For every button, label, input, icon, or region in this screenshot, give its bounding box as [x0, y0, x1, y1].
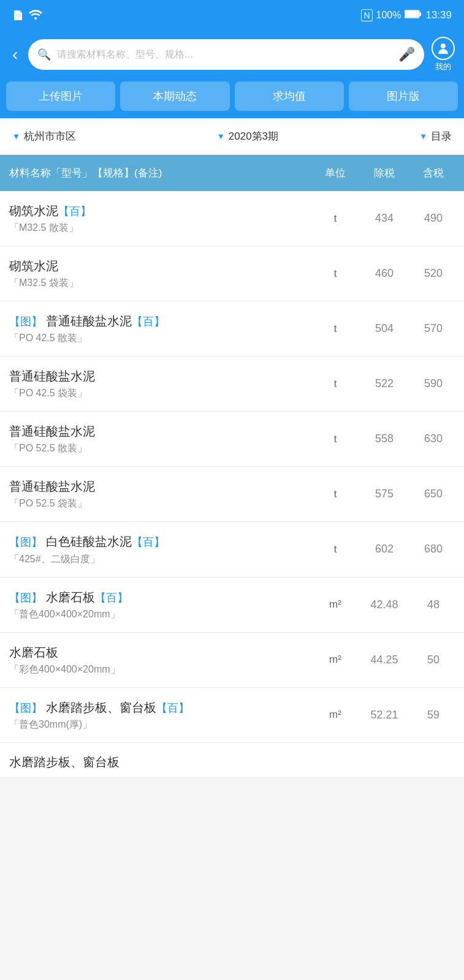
filter-period[interactable]: ▼ 2020第3期 [217, 129, 278, 143]
material-name-text: 水磨踏步板、窗台板 [46, 701, 156, 714]
tu-tag: 【图】 [9, 592, 42, 604]
battery-icon [405, 10, 422, 21]
bai-tag: 【百】 [95, 592, 128, 604]
material-unit: t [314, 323, 357, 335]
material-unit: t [314, 488, 357, 500]
material-name: 【图】 水磨踏步板、窗台板【百】 [9, 699, 314, 716]
material-info: 水磨石板 「彩色400×400×20mm」 [9, 644, 314, 676]
material-notax: 522 [357, 377, 412, 390]
material-info: 【图】 白色硅酸盐水泥【百】 「425#、二级白度」 [9, 533, 314, 565]
material-notax: 434 [357, 212, 412, 225]
material-info: 【图】 普通硅酸盐水泥【百】 「PO 42.5 散装」 [9, 312, 314, 345]
material-name: 【图】 水磨石板【百】 [9, 589, 314, 606]
table-row[interactable]: 水磨石板 「彩色400×400×20mm」 m² 44.25 50 [0, 633, 464, 688]
status-right-info: N 100% 13:39 [361, 9, 452, 21]
partial-last-row: 水磨踏步板、窗台板 [0, 743, 464, 777]
filter-region-triangle: ▼ [12, 132, 20, 141]
material-unit: t [314, 433, 357, 445]
material-info: 砌筑水泥 「M32.5 袋装」 [9, 257, 314, 290]
material-spec: 「M32.5 散装」 [9, 222, 314, 235]
table-row[interactable]: 【图】 白色硅酸盐水泥【百】 「425#、二级白度」 t 602 680 [0, 522, 464, 577]
material-info: 【图】 水磨踏步板、窗台板【百】 「普色30mm(厚)」 [9, 699, 314, 731]
table-row[interactable]: 普通硅酸盐水泥 「PO 42.5 袋装」 t 522 590 [0, 356, 464, 412]
material-info: 【图】 水磨石板【百】 「普色400×400×20mm」 [9, 589, 314, 621]
svg-point-0 [34, 17, 37, 20]
material-tax: 59 [412, 709, 455, 722]
material-name-text: 白色硅酸盐水泥 [46, 535, 132, 548]
material-spec: 「PO 42.5 散装」 [9, 332, 314, 345]
table-row[interactable]: 【图】 普通硅酸盐水泥【百】 「PO 42.5 散装」 t 504 570 [0, 301, 464, 356]
material-name-text: 普通硅酸盐水泥 [46, 314, 132, 328]
search-icon: 🔍 [37, 48, 51, 61]
material-name-text: 砌筑水泥 [9, 204, 58, 217]
th-name: 材料名称「型号」【规格】(备注) [9, 166, 314, 180]
filter-catalog-label: 目录 [431, 129, 452, 143]
material-name-text: 水磨石板 [9, 646, 58, 659]
upload-pic-button[interactable]: 上传图片 [6, 81, 115, 111]
material-notax: 602 [357, 543, 412, 556]
action-bar: 上传图片 本期动态 求均值 图片版 [0, 81, 464, 118]
material-unit: t [314, 268, 357, 280]
material-notax: 575 [357, 488, 412, 500]
material-name: 砌筑水泥 [9, 257, 314, 274]
material-tax: 490 [412, 212, 455, 225]
material-unit: m² [314, 598, 357, 611]
search-bar[interactable]: 🔍 请搜索材料名称、型号、规格... 🎤 [28, 39, 424, 70]
filter-period-label: 2020第3期 [229, 129, 278, 143]
th-tax: 含税 [412, 166, 455, 180]
table-row[interactable]: 普通硅酸盐水泥 「PO 52.5 袋装」 t 575 650 [0, 467, 464, 522]
back-button[interactable]: ‹ [9, 45, 21, 64]
table-row[interactable]: 砌筑水泥【百】 「M32.5 散装」 t 434 490 [0, 191, 464, 246]
material-spec: 「425#、二级白度」 [9, 553, 314, 566]
mic-icon[interactable]: 🎤 [398, 47, 415, 62]
tu-tag: 【图】 [9, 702, 42, 714]
svg-point-4 [441, 43, 446, 48]
material-notax: 460 [357, 267, 412, 280]
material-spec: 「PO 52.5 散装」 [9, 442, 314, 455]
search-placeholder: 请搜索材料名称、型号、规格... [57, 48, 392, 61]
material-spec: 「M32.5 袋装」 [9, 277, 314, 290]
material-info: 普通硅酸盐水泥 「PO 52.5 散装」 [9, 423, 314, 455]
table-row[interactable]: 砌筑水泥 「M32.5 袋装」 t 460 520 [0, 246, 464, 301]
nfc-icon: N [361, 9, 372, 21]
th-unit: 单位 [314, 166, 357, 180]
material-tax: 590 [412, 377, 455, 390]
material-notax: 42.48 [357, 598, 412, 611]
partial-row-name: 水磨踏步板、窗台板 [9, 754, 455, 771]
status-left-icons: 📄 [12, 10, 42, 21]
material-spec: 「普色400×400×20mm」 [9, 608, 314, 621]
svg-rect-3 [420, 12, 422, 16]
table-row[interactable]: 普通硅酸盐水泥 「PO 52.5 散装」 t 558 630 [0, 412, 464, 467]
material-name: 普通硅酸盐水泥 [9, 423, 314, 440]
tu-tag: 【图】 [9, 315, 42, 328]
filter-catalog[interactable]: ▼ 目录 [419, 129, 452, 143]
material-spec: 「普色30mm(厚)」 [9, 718, 314, 731]
wifi-icon [29, 10, 42, 21]
material-name-text: 普通硅酸盐水泥 [9, 480, 95, 493]
table-row[interactable]: 【图】 水磨石板【百】 「普色400×400×20mm」 m² 42.48 48 [0, 578, 464, 633]
material-notax: 504 [357, 322, 412, 335]
avg-value-button[interactable]: 求均值 [235, 81, 344, 111]
material-tax: 650 [412, 488, 455, 500]
status-bar: 📄 N 100% 13:39 [0, 0, 464, 31]
current-news-button[interactable]: 本期动态 [120, 81, 229, 111]
user-button[interactable]: 我的 [432, 37, 455, 72]
filter-region-label: 杭州市市区 [24, 129, 76, 143]
pic-version-button[interactable]: 图片版 [349, 81, 458, 111]
bai-tag: 【百】 [156, 702, 189, 714]
material-spec: 「PO 42.5 袋装」 [9, 387, 314, 400]
material-spec: 「彩色400×400×20mm」 [9, 663, 314, 676]
table-row[interactable]: 【图】 水磨踏步板、窗台板【百】 「普色30mm(厚)」 m² 52.21 59 [0, 688, 464, 743]
file-icon: 📄 [12, 10, 24, 21]
material-tax: 48 [412, 598, 455, 611]
material-name-text: 水磨石板 [46, 590, 95, 604]
filter-period-triangle: ▼ [217, 132, 225, 141]
filter-region[interactable]: ▼ 杭州市市区 [12, 129, 76, 143]
time-display: 13:39 [425, 9, 452, 21]
material-name: 普通硅酸盐水泥 [9, 478, 314, 495]
material-notax: 558 [357, 432, 412, 445]
user-avatar-icon [432, 37, 455, 60]
material-name-text: 普通硅酸盐水泥 [9, 424, 95, 438]
material-name: 【图】 白色硅酸盐水泥【百】 [9, 533, 314, 550]
material-unit: t [314, 543, 357, 556]
